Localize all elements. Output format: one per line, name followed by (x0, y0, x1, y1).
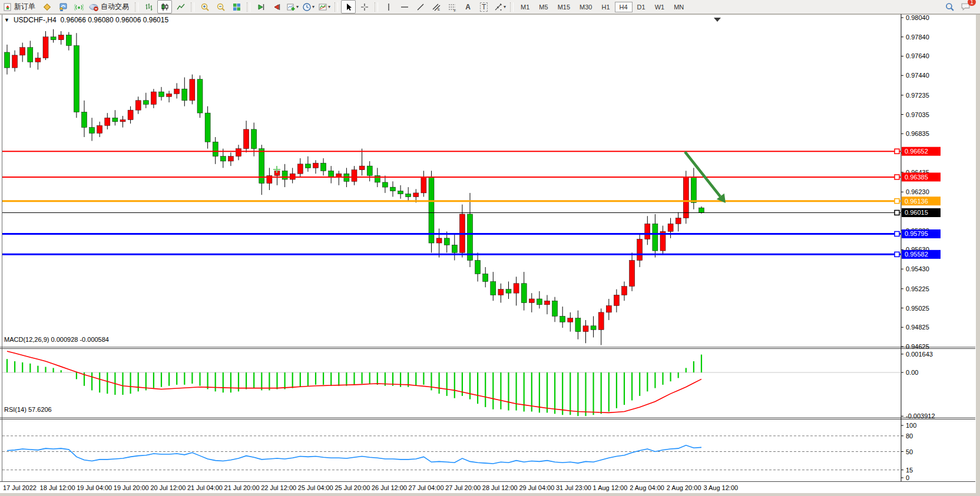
macd-tick-label: 0.00 (906, 369, 918, 376)
auto-trading-icon (88, 2, 99, 12)
gold-button[interactable] (39, 0, 54, 14)
zoom-in-button[interactable] (197, 0, 212, 14)
hline-anchor[interactable] (895, 199, 899, 204)
candle-body (51, 37, 56, 40)
periods-button[interactable]: ▾ (301, 0, 316, 14)
chart-title-caret-icon[interactable]: ▼ (4, 17, 9, 23)
candle-body (421, 178, 426, 193)
dropdown-caret-icon: ▾ (504, 4, 506, 9)
candle-body (213, 142, 218, 157)
trendline-tool-button[interactable] (413, 0, 428, 14)
price-tag-label: 0.96385 (905, 174, 928, 181)
rsi-tick-label: 0 (906, 474, 909, 481)
timeframe-m5-button[interactable]: M5 (534, 2, 552, 12)
rsi-tick-label: 15 (906, 467, 913, 474)
text-tool-button[interactable]: A (461, 0, 475, 14)
arrows-tool-button[interactable]: ▾ (492, 0, 507, 14)
candle-body (568, 318, 573, 322)
dropdown-caret-icon: ▾ (296, 4, 299, 9)
templates-button[interactable]: ▾ (317, 0, 332, 14)
hline-anchor[interactable] (895, 231, 899, 236)
candle-body (135, 101, 141, 110)
new-order-label: 新订单 (12, 2, 37, 12)
candle-body (545, 301, 550, 305)
gold-icon (42, 2, 52, 12)
new-order-button[interactable]: 新订单 (2, 0, 38, 14)
search-button[interactable] (942, 0, 957, 14)
toolbar-separator (247, 2, 250, 12)
bar-chart-mode-button[interactable] (141, 0, 156, 14)
tile-windows-button[interactable] (229, 0, 244, 14)
price-tag-label: 0.95582 (905, 251, 928, 258)
chart-shift-button[interactable] (269, 0, 284, 14)
timeframe-mn-button[interactable]: MN (669, 2, 688, 12)
window-bottom-edge (0, 493, 980, 496)
candle-body (668, 224, 673, 231)
candle-body (120, 120, 125, 122)
dropdown-caret-icon: ▾ (312, 4, 314, 9)
auto-trading-button[interactable]: 自动交易 (87, 0, 132, 14)
chart-canvas[interactable]: 0.980400.978400.976400.974400.972350.970… (0, 14, 980, 496)
timeframe-d1-button[interactable]: D1 (633, 2, 650, 12)
presentation-icon (58, 2, 68, 12)
signal-icon (74, 2, 84, 12)
timeframe-m15-button[interactable]: M15 (553, 2, 575, 12)
hline-anchor[interactable] (895, 149, 899, 154)
candle-body (514, 284, 519, 293)
hline-anchor[interactable] (895, 175, 899, 179)
horizontal-line-tool-button[interactable] (397, 0, 412, 14)
candle-body (359, 166, 365, 170)
auto-scroll-button[interactable] (253, 0, 268, 14)
candle-body (90, 128, 95, 134)
candle-body (12, 55, 18, 68)
hline-anchor[interactable] (895, 252, 899, 257)
candle-body (182, 89, 187, 101)
zoom-out-button[interactable] (213, 0, 228, 14)
candle-body (236, 149, 241, 157)
candle-body (313, 163, 319, 168)
label-tool-button[interactable]: T (476, 0, 491, 14)
fibonacci-tool-button[interactable]: F (445, 0, 459, 14)
timeframe-m1-button[interactable]: M1 (516, 2, 534, 12)
notifications-button[interactable]: 1 (958, 0, 973, 14)
equidistant-channel-icon: E (432, 2, 441, 12)
line-chart-icon (176, 2, 186, 12)
zoom-out-icon (216, 2, 226, 12)
vertical-line-tool-button[interactable] (381, 0, 396, 14)
candle-body (28, 48, 33, 62)
crosshair-tool-button[interactable] (357, 0, 372, 14)
add-indicator-button[interactable]: ▾ (285, 0, 300, 14)
candle-body (598, 312, 604, 329)
candle-body (413, 193, 419, 197)
dropdown-caret-icon: ▾ (328, 4, 330, 9)
timeframe-h1-button[interactable]: H1 (597, 2, 614, 12)
rsi-tick-label: 50 (906, 448, 913, 455)
candlestick-mode-button[interactable] (157, 0, 172, 14)
price-tick-label: 0.97035 (906, 111, 929, 118)
market-watch-button[interactable] (55, 0, 70, 14)
timeframe-w1-button[interactable]: W1 (650, 2, 670, 12)
signal-button[interactable] (71, 0, 86, 14)
horizontal-line-icon (400, 2, 409, 12)
add-indicator-icon (286, 2, 296, 12)
cursor-tool-button[interactable] (341, 0, 356, 14)
chart-window: 0.980400.978400.976400.974400.972350.970… (0, 14, 980, 496)
crosshair-icon (360, 2, 369, 12)
candle-body (398, 191, 403, 194)
channel-tool-button[interactable]: E (429, 0, 443, 14)
toolbar-separator (191, 2, 194, 12)
candle-body (112, 118, 118, 122)
rsi-indicator-label: RSI(14) 57.6206 (4, 406, 52, 413)
candle-body (251, 129, 257, 149)
candle-body (583, 326, 588, 332)
hline-anchor[interactable] (895, 210, 899, 215)
price-tick-label: 0.95025 (906, 305, 929, 312)
price-tag-label: 0.96015 (905, 209, 928, 216)
notification-badge: 1 (968, 0, 976, 6)
line-chart-mode-button[interactable] (173, 0, 188, 14)
candle-body (151, 92, 156, 104)
timeframe-m30-button[interactable]: M30 (575, 2, 597, 12)
time-axis-label: 19 Jul 20:00 (114, 484, 149, 491)
macd-name: MACD(12,26,9) (4, 336, 49, 343)
timeframe-h4-button[interactable]: H4 (615, 2, 633, 12)
